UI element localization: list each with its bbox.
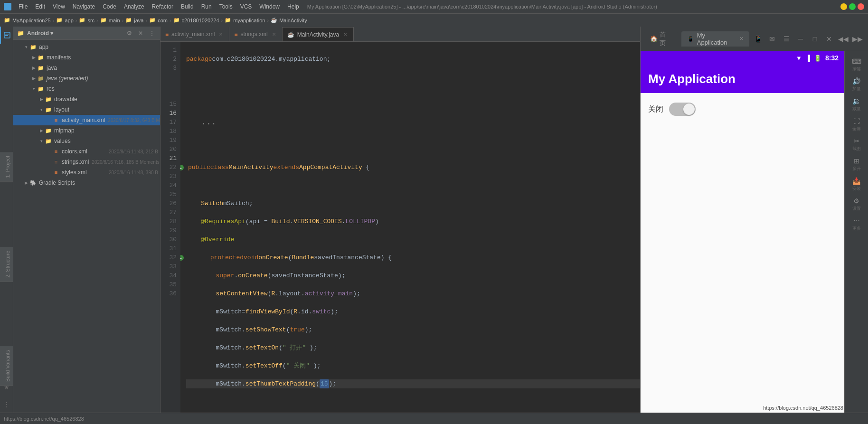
tree-item-layout[interactable]: ▾ 📁 layout bbox=[13, 104, 160, 115]
menu-analyze[interactable]: Analyze bbox=[121, 2, 148, 11]
tab-activity-main[interactable]: ≡ activity_main.xml ✕ bbox=[160, 27, 229, 41]
menu-file[interactable]: File bbox=[15, 2, 31, 11]
menu-window[interactable]: Window bbox=[256, 2, 283, 11]
tree-item-activity-main[interactable]: ▶ ≡ activity_main.xml 2020/8/17 8:32, 64… bbox=[13, 115, 160, 125]
emulator-restore-btn[interactable]: □ bbox=[808, 32, 821, 46]
emu-btn-screenshot[interactable]: ✂ 截图 bbox=[847, 135, 867, 154]
code-line-1: package com.c201801020224.myapplication; bbox=[186, 55, 640, 64]
code-editor[interactable]: 1 2 3 15 16 17 18 19 20 21 22 23 24 25 2… bbox=[160, 42, 640, 413]
breadcrumb-project[interactable]: 📁 MyApplication25 bbox=[4, 17, 51, 23]
breadcrumb-src[interactable]: 📁 src bbox=[79, 17, 94, 23]
emu-btn-volume-up[interactable]: 🔊 加量 bbox=[847, 75, 867, 94]
tab-close-strings[interactable]: ✕ bbox=[271, 31, 277, 38]
status-time: 8:32 bbox=[825, 54, 839, 62]
tab-strings[interactable]: ≡ strings.xml ✕ bbox=[229, 27, 282, 41]
tree-item-styles[interactable]: ▶ ≡ styles.xml 2020/8/16 11:48, 390 B bbox=[13, 167, 160, 178]
xml-icon: ≡ bbox=[234, 31, 237, 38]
emulator-back-btn[interactable]: ◀◀ bbox=[837, 32, 850, 46]
code-line-21: ▸ protected void onCreate(Bundle savedIn… bbox=[186, 253, 640, 262]
emu-btn-install[interactable]: 📥 安装 bbox=[847, 175, 867, 194]
menu-edit[interactable]: Edit bbox=[32, 2, 48, 11]
switch-widget[interactable] bbox=[669, 103, 696, 116]
breadcrumb-com[interactable]: 📁 com bbox=[149, 17, 168, 23]
tree-item-values[interactable]: ▾ 📁 values bbox=[13, 136, 160, 146]
emu-btn-multi[interactable]: ⊞ 多开 bbox=[847, 155, 867, 174]
emulator-right-controls: ⌨ 按键 🔊 加量 🔉 减量 ⛶ 全屏 ✂ 截图 bbox=[844, 51, 868, 413]
project-panel-title: Android ▾ bbox=[27, 30, 122, 37]
structure-btn[interactable]: ⋮ bbox=[0, 396, 13, 413]
line-numbers: 1 2 3 15 16 17 18 19 20 21 22 23 24 25 2… bbox=[160, 42, 180, 413]
menu-tools[interactable]: Tools bbox=[216, 2, 236, 11]
tab-close-activity-main[interactable]: ✕ bbox=[217, 31, 224, 38]
window-title: My Application [G:\02\MyApplication25] -… bbox=[307, 4, 840, 9]
code-line-23: setContentView(R.layout.activity_main); bbox=[186, 289, 640, 298]
tree-item-drawable[interactable]: ▶ 📁 drawable bbox=[13, 94, 160, 104]
emu-btn-settings[interactable]: ⚙ 设置 bbox=[847, 195, 867, 214]
menu-navigate[interactable]: Navigate bbox=[69, 2, 98, 11]
emu-btn-volume-down[interactable]: 🔉 减量 bbox=[847, 95, 867, 114]
menu-vcs[interactable]: VCS bbox=[237, 2, 255, 11]
tree-item-colors[interactable]: ▶ ≡ colors.xml 2020/8/16 11:48, 212 B bbox=[13, 146, 160, 157]
breadcrumb-app[interactable]: 📁 app bbox=[56, 17, 73, 23]
switch-row: 关闭 bbox=[648, 103, 837, 116]
breadcrumb-c20[interactable]: 📁 c201801020224 bbox=[173, 17, 219, 23]
panel-close-btn[interactable]: ✕ bbox=[136, 29, 145, 38]
emulator-menu-btn[interactable]: ☰ bbox=[780, 32, 793, 46]
phone-app-bar: My Application bbox=[641, 65, 844, 93]
emulator-minimize-btn[interactable]: ─ bbox=[794, 32, 807, 46]
emulator-tab-close[interactable]: ✕ bbox=[739, 36, 744, 42]
phone-app-title: My Application bbox=[648, 72, 736, 86]
breadcrumb-mainactivity[interactable]: ☕ MainActivity bbox=[271, 17, 307, 23]
side-tabs-mid: 2: Structure bbox=[0, 247, 13, 282]
close-button[interactable] bbox=[858, 3, 864, 10]
side-tab-structure[interactable]: 2: Structure bbox=[0, 247, 13, 282]
emulator-mail-btn[interactable]: ✉ bbox=[765, 32, 779, 46]
tree-item-strings[interactable]: ▶ ≡ strings.xml 2020/8/16 7:16, 185 B Mo… bbox=[13, 157, 160, 167]
panel-options-btn[interactable]: ⋮ bbox=[148, 29, 156, 38]
tree-item-gradle[interactable]: ▶ 🐘 Gradle Scripts bbox=[13, 178, 160, 188]
panel-settings-btn[interactable]: ⚙ bbox=[125, 29, 133, 38]
breadcrumb-myapp[interactable]: 📁 myapplication bbox=[225, 17, 265, 23]
emulator-close-btn[interactable]: ✕ bbox=[822, 32, 836, 46]
project-view-btn[interactable] bbox=[0, 27, 13, 44]
emulator-phone-icon-btn[interactable]: 📱 bbox=[751, 32, 764, 46]
menu-refactor[interactable]: Refactor bbox=[149, 2, 177, 11]
code-line-18: Switch mSwitch; bbox=[186, 199, 640, 208]
side-tab-build-variants[interactable]: Build Variants bbox=[0, 346, 13, 386]
emu-btn-fullscreen[interactable]: ⛶ 全屏 bbox=[847, 115, 867, 134]
tree-item-mipmap[interactable]: ▶ 📁 mipmap bbox=[13, 125, 160, 136]
breadcrumb-java[interactable]: 📁 java bbox=[125, 17, 143, 23]
code-line-19: @RequiresApi(api = Build.VERSION_CODES.L… bbox=[186, 217, 640, 226]
minimize-button[interactable] bbox=[840, 3, 847, 10]
menu-code[interactable]: Code bbox=[99, 2, 120, 11]
window-controls bbox=[840, 3, 864, 10]
side-tabs-bottom: Build Variants bbox=[0, 346, 13, 386]
code-line-22: super.onCreate(savedInstanceState); bbox=[186, 271, 640, 280]
tree-item-java-generated[interactable]: ▶ 📁 java (generated) bbox=[13, 73, 160, 84]
tree-item-java[interactable]: ▶ 📁 java bbox=[13, 63, 160, 73]
emulator-app-tab[interactable]: 📱 My Application ✕ bbox=[681, 31, 749, 47]
project-tree: ▾ 📁 app ▶ 📁 manifests ▶ 📁 java bbox=[13, 40, 160, 413]
tab-mainactivity[interactable]: ☕ MainActivity.java ✕ bbox=[283, 27, 354, 41]
menu-run[interactable]: Run bbox=[198, 2, 215, 11]
code-line-16: ▸ public class MainActivity extends AppC… bbox=[186, 163, 640, 172]
tree-item-res[interactable]: ▾ 📁 res bbox=[13, 84, 160, 94]
tree-item-app[interactable]: ▾ 📁 app bbox=[13, 42, 160, 52]
breadcrumb-main[interactable]: 📁 main bbox=[100, 17, 120, 23]
side-tab-project[interactable]: 1: Project bbox=[0, 152, 13, 182]
emu-btn-more[interactable]: ⋯ 更多 bbox=[847, 215, 867, 234]
tree-item-manifests[interactable]: ▶ 📁 manifests bbox=[13, 52, 160, 63]
code-line-25: mSwitch.setShowText(true); bbox=[186, 325, 640, 334]
tab-close-mainactivity[interactable]: ✕ bbox=[342, 31, 349, 38]
code-line-26: mSwitch.setTextOn(" 打开" ); bbox=[186, 343, 640, 352]
emulator-forward-btn[interactable]: ▶▶ bbox=[851, 32, 864, 46]
menu-build[interactable]: Build bbox=[178, 2, 197, 11]
menu-help[interactable]: Help bbox=[284, 2, 302, 11]
phone-status-bar: ▼ ▐ 🔋 8:32 bbox=[641, 51, 844, 65]
wifi-icon: ▼ bbox=[796, 55, 802, 62]
emu-btn-keys[interactable]: ⌨ 按键 bbox=[847, 55, 867, 74]
emulator-home-tab[interactable]: 🏠 首页 bbox=[644, 31, 678, 47]
svg-text:▸: ▸ bbox=[180, 166, 182, 171]
menu-view[interactable]: View bbox=[49, 2, 68, 11]
maximize-button[interactable] bbox=[849, 3, 856, 10]
